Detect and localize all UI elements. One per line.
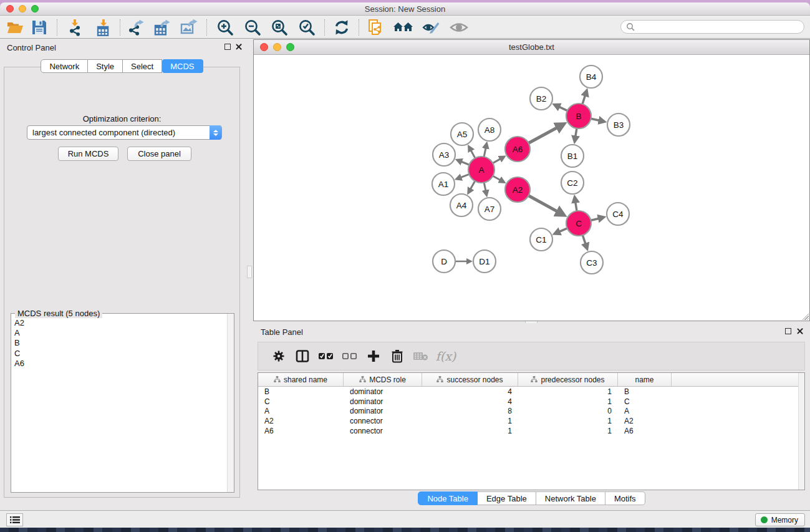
column-header-successor-nodes[interactable]: successor nodes [422, 373, 518, 386]
import-table-icon[interactable] [92, 18, 115, 37]
tab-select[interactable]: Select [123, 59, 162, 73]
node-A2[interactable]: A2 [505, 177, 530, 202]
tab-motifs[interactable]: Motifs [605, 491, 645, 505]
column-header-shared-name[interactable]: shared name [258, 373, 344, 386]
close-panel-button[interactable]: Close panel [127, 147, 191, 161]
table-float-panel-icon[interactable] [785, 328, 791, 334]
node-B2[interactable]: B2 [530, 87, 552, 110]
zoom-selected-icon[interactable] [296, 18, 318, 37]
node-A8[interactable]: A8 [478, 118, 501, 141]
criterion-dropdown[interactable]: largest connected component (directed) [27, 125, 222, 140]
node-A[interactable]: A [468, 157, 494, 183]
mcds-result-item[interactable]: A6 [14, 359, 227, 369]
node-C[interactable]: C [566, 211, 591, 236]
cell-MCDS-role[interactable]: connector [344, 417, 422, 425]
search-input[interactable] [620, 20, 804, 34]
zoom-out-icon[interactable] [241, 18, 264, 37]
add-icon[interactable] [362, 346, 385, 367]
cell-shared-name[interactable]: B [258, 387, 344, 396]
cell-predecessor-nodes[interactable]: 1 [518, 387, 618, 396]
cell-predecessor-nodes[interactable]: 0 [518, 407, 618, 415]
trash-icon[interactable] [385, 346, 409, 367]
cell-name[interactable]: A6 [618, 427, 672, 435]
zoom-in-icon[interactable] [214, 18, 236, 37]
save-session-icon[interactable] [28, 18, 51, 37]
mcds-result-item[interactable]: A2 [14, 318, 227, 328]
cell-MCDS-role[interactable]: dominator [344, 387, 422, 396]
show-hide-eye-icon[interactable] [448, 18, 470, 37]
cell-name[interactable]: A2 [618, 417, 672, 425]
cell-predecessor-nodes[interactable]: 1 [518, 397, 618, 406]
toggle-graphics-details-icon[interactable] [420, 18, 442, 37]
cell-shared-name[interactable]: A [258, 407, 344, 415]
run-mcds-button[interactable]: Run MCDS [58, 147, 118, 161]
clone-network-icon[interactable] [365, 18, 387, 37]
open-file-icon[interactable] [4, 18, 26, 37]
cell-successor-nodes[interactable]: 8 [422, 407, 518, 415]
tab-edge-table[interactable]: Edge Table [478, 491, 536, 505]
cell-name[interactable]: B [618, 387, 672, 396]
cell-shared-name[interactable]: A2 [258, 417, 344, 425]
node-B1[interactable]: B1 [561, 145, 584, 167]
cell-shared-name[interactable]: A6 [258, 427, 344, 435]
table-row[interactable]: A6connector11A6 [258, 426, 804, 436]
close-panel-icon[interactable] [235, 43, 243, 51]
tab-mcds[interactable]: MCDS [162, 59, 203, 73]
node-D1[interactable]: D1 [473, 250, 496, 273]
node-C4[interactable]: C4 [607, 203, 629, 225]
cell-predecessor-nodes[interactable]: 1 [518, 417, 618, 425]
cell-name[interactable]: A [618, 407, 672, 415]
node-A6[interactable]: A6 [505, 137, 530, 162]
cell-MCDS-role[interactable]: dominator [344, 407, 422, 415]
node-B3[interactable]: B3 [607, 114, 630, 136]
cell-successor-nodes[interactable]: 1 [422, 427, 518, 435]
deselect-all-icon[interactable] [338, 346, 362, 367]
table-scrollbar[interactable] [798, 373, 804, 490]
node-C1[interactable]: C1 [530, 228, 552, 251]
mcds-result-item[interactable]: C [14, 349, 227, 359]
node-A1[interactable]: A1 [432, 173, 455, 195]
window-resize-grip[interactable] [801, 312, 809, 320]
export-network-icon[interactable] [125, 18, 147, 37]
table-row[interactable]: Bdominator41B [258, 387, 804, 397]
export-image-icon[interactable] [178, 18, 200, 37]
cell-successor-nodes[interactable]: 4 [422, 397, 518, 406]
cell-successor-nodes[interactable]: 1 [422, 417, 518, 425]
cell-successor-nodes[interactable]: 4 [422, 387, 518, 396]
column-header-predecessor-nodes[interactable]: predecessor nodes [518, 373, 618, 386]
mcds-result-list[interactable]: A2ABCA6 [11, 316, 227, 492]
network-canvas[interactable]: ABCA6A2A1A3A4A5A7A8B1B2B3B4C1C2C3C4DD1 [254, 56, 809, 321]
node-A7[interactable]: A7 [478, 198, 501, 220]
node-D[interactable]: D [433, 250, 455, 273]
columns-icon[interactable] [291, 346, 314, 367]
cell-MCDS-role[interactable]: connector [344, 427, 422, 435]
tab-network[interactable]: Network [41, 59, 88, 73]
result-scrollbar[interactable] [227, 314, 234, 492]
network-window-titlebar[interactable]: testGlobe.txt [254, 40, 809, 55]
table-row[interactable]: Adominator80A [258, 407, 804, 417]
gear-icon[interactable] [267, 346, 291, 367]
node-table[interactable]: shared nameMCDS rolesuccessor nodesprede… [258, 372, 805, 490]
node-C2[interactable]: C2 [561, 172, 584, 194]
node-A5[interactable]: A5 [451, 123, 473, 145]
column-header-MCDS-role[interactable]: MCDS role [344, 373, 422, 386]
cell-predecessor-nodes[interactable]: 1 [518, 427, 618, 435]
mcds-result-item[interactable]: A [14, 328, 227, 338]
cell-shared-name[interactable]: C [258, 397, 344, 406]
node-C3[interactable]: C3 [581, 251, 603, 274]
mcds-result-item[interactable]: B [14, 338, 227, 348]
node-B[interactable]: B [566, 104, 591, 128]
float-panel-icon[interactable] [224, 44, 231, 50]
node-B4[interactable]: B4 [580, 65, 602, 88]
table-close-panel-icon[interactable] [796, 327, 804, 335]
vertical-splitter-handle[interactable] [247, 266, 252, 278]
table-row[interactable]: Cdominator41C [258, 397, 804, 407]
node-A3[interactable]: A3 [433, 143, 455, 166]
tab-style[interactable]: Style [88, 59, 123, 73]
export-table-icon[interactable] [151, 18, 173, 37]
memory-button[interactable]: Memory [755, 513, 805, 526]
cell-name[interactable]: C [618, 397, 672, 406]
import-network-icon[interactable] [64, 18, 86, 37]
column-header-name[interactable]: name [618, 373, 672, 386]
zoom-fit-icon[interactable] [268, 18, 291, 37]
